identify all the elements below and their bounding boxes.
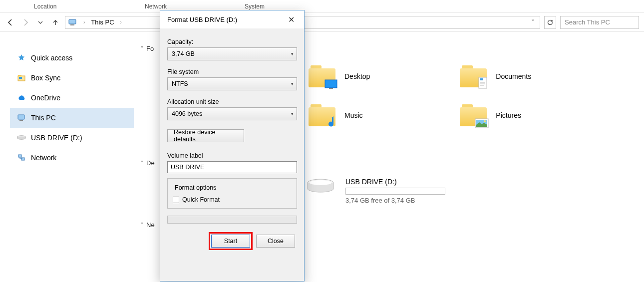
folder-tile-documents[interactable]: Documents (460, 65, 531, 87)
music-overlay-icon (325, 115, 337, 128)
sidebar-item-quick-access[interactable]: Quick access (10, 48, 134, 68)
sidebar-item-label: Box Sync (31, 74, 60, 82)
format-progress-bar (167, 216, 297, 224)
sidebar-item-network[interactable]: Network (10, 148, 134, 168)
capacity-select[interactable]: 3,74 GB ▾ (167, 47, 297, 60)
folder-label: Desktop (344, 72, 370, 80)
box-icon (17, 73, 26, 82)
star-icon (17, 53, 26, 62)
allocation-value: 4096 bytes (172, 110, 202, 117)
checkbox-icon (173, 197, 179, 203)
network-icon (17, 153, 26, 162)
volume-label-label: Volume label (167, 152, 297, 159)
format-options-legend: Format options (173, 184, 218, 191)
start-button[interactable]: Start (211, 235, 250, 248)
chevron-down-icon[interactable]: ˅ (531, 18, 537, 26)
refresh-button[interactable] (544, 16, 556, 29)
cloud-icon (17, 93, 26, 102)
capacity-value: 3,74 GB (172, 50, 195, 57)
volume-label-input[interactable] (167, 161, 297, 173)
format-options-group: Format options Quick Format (167, 178, 297, 209)
dialog-titlebar[interactable]: Format USB DRIVE (D:) ✕ (160, 10, 304, 28)
dialog-title: Format USB DRIVE (D:) (167, 16, 237, 23)
svg-rect-4 (19, 77, 22, 79)
sidebar-item-label: This PC (31, 114, 56, 122)
folder-tile-pictures[interactable]: Pictures (460, 104, 531, 126)
chevron-right-icon: › (118, 19, 124, 25)
search-placeholder: Search This PC (565, 18, 610, 26)
colhdr-network: Network (115, 3, 245, 10)
close-dialog-button[interactable]: Close (256, 235, 295, 248)
colhdr-system: System (245, 3, 359, 10)
svg-rect-11 (329, 88, 333, 89)
address-bar: › This PC › ˅ Search This PC (0, 13, 644, 32)
chevron-down-icon: ˅ (141, 160, 143, 166)
folder-tile-desktop[interactable]: Desktop (309, 65, 370, 87)
chevron-right-icon: › (81, 19, 87, 25)
folder-label: Pictures (496, 111, 521, 119)
this-pc-icon (68, 18, 77, 26)
back-button[interactable] (5, 17, 16, 28)
quick-format-checkbox[interactable]: Quick Format (173, 196, 292, 203)
filesystem-label: File system (167, 68, 297, 75)
recent-locations-button[interactable] (35, 17, 46, 28)
folder-icon (309, 104, 335, 126)
svg-rect-8 (18, 155, 21, 157)
svg-rect-1 (70, 24, 74, 25)
this-pc-icon (17, 113, 26, 122)
drive-free-text: 3,74 GB free of 3,74 GB (345, 197, 445, 204)
sidebar-item-label: Network (31, 154, 56, 162)
folder-icon (460, 65, 487, 87)
allocation-select[interactable]: 4096 bytes ▾ (167, 107, 297, 120)
drive-icon (17, 133, 26, 142)
sidebar-item-usb-drive[interactable]: USB DRIVE (D:) (10, 128, 134, 148)
svg-rect-13 (480, 78, 483, 80)
desktop-overlay-icon (324, 79, 337, 89)
group-label: Fo (146, 45, 154, 52)
document-overlay-icon (478, 76, 489, 89)
drive-name: USB DRIVE (D:) (345, 178, 445, 186)
sidebar-item-this-pc[interactable]: This PC (10, 108, 134, 128)
folder-label: Documents (496, 72, 531, 80)
svg-rect-6 (19, 120, 23, 121)
filesystem-select[interactable]: NTFS ▾ (167, 77, 297, 90)
svg-rect-0 (69, 19, 76, 24)
navigation-pane: Quick access Box Sync OneDrive This PC U… (0, 32, 134, 282)
sidebar-item-box-sync[interactable]: Box Sync (10, 68, 134, 88)
svg-point-18 (310, 180, 331, 185)
svg-rect-3 (18, 75, 21, 76)
chevron-down-icon: ▾ (291, 51, 294, 56)
up-button[interactable] (50, 17, 61, 28)
restore-defaults-button[interactable]: Restore device defaults (167, 129, 244, 142)
search-input[interactable]: Search This PC (560, 16, 639, 29)
folder-label: Music (344, 111, 363, 119)
forward-button[interactable] (20, 17, 31, 28)
chevron-down-icon: ˅ (141, 46, 143, 51)
folder-tile-music[interactable]: Music (309, 104, 370, 126)
sidebar-item-onedrive[interactable]: OneDrive (10, 88, 134, 108)
allocation-label: Allocation unit size (167, 98, 297, 105)
format-dialog: Format USB DRIVE (D:) ✕ Capacity: 3,74 G… (160, 10, 305, 282)
group-label: Ne (146, 221, 155, 229)
svg-rect-10 (325, 80, 337, 88)
drive-icon (307, 178, 334, 196)
sidebar-item-label: USB DRIVE (D:) (31, 134, 82, 142)
sidebar-item-label: Quick access (31, 54, 72, 62)
column-headers: Location Network System (0, 0, 644, 13)
drive-usage-bar (345, 188, 445, 195)
svg-point-16 (484, 120, 486, 122)
svg-rect-5 (18, 115, 24, 119)
capacity-label: Capacity: (167, 38, 297, 45)
chevron-down-icon: ▾ (291, 111, 294, 116)
close-button[interactable]: ✕ (285, 15, 297, 24)
sidebar-item-label: OneDrive (31, 94, 60, 102)
picture-overlay-icon (475, 118, 489, 128)
chevron-down-icon: ˅ (141, 222, 143, 228)
chevron-down-icon: ▾ (291, 81, 294, 86)
folder-icon (460, 104, 487, 126)
colhdr-location: Location (0, 3, 115, 10)
breadcrumb-root[interactable]: This PC (91, 18, 114, 26)
group-label: De (146, 159, 155, 167)
filesystem-value: NTFS (172, 80, 188, 87)
folder-icon (309, 65, 335, 87)
